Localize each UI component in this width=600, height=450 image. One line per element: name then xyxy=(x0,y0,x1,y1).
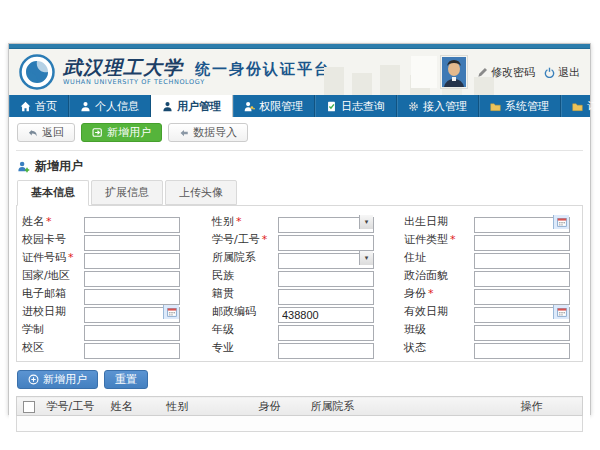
identity-field xyxy=(474,286,570,302)
student-id-input[interactable] xyxy=(278,235,374,251)
power-icon xyxy=(544,67,555,78)
department-label: 所属院系 xyxy=(212,250,278,265)
education-length-input[interactable] xyxy=(84,325,180,341)
status-input[interactable] xyxy=(474,343,570,359)
grade-field xyxy=(278,322,374,338)
app-window: 武汉理工大学 统一身份认证平台 WUHAN UNIVERSITY OF TECH… xyxy=(8,43,591,415)
basic-info-panel: 姓名* 性别* ▾ 出生日期 校园卡号 学号/工号* 证件类型* xyxy=(16,205,583,362)
country-input[interactable] xyxy=(84,271,180,287)
logout-link[interactable]: 退出 xyxy=(544,65,580,80)
required-marker: * xyxy=(450,233,456,246)
change-password-label: 修改密码 xyxy=(491,65,535,80)
pencil-icon xyxy=(477,67,488,78)
nav-item-permission-management[interactable]: 权限管理 xyxy=(233,95,315,117)
tab-extended-info[interactable]: 扩展信息 xyxy=(91,180,163,205)
major-label: 专业 xyxy=(212,340,278,355)
nav-label: 接入管理 xyxy=(423,99,467,114)
campus-field xyxy=(84,340,180,356)
select-all-checkbox[interactable] xyxy=(23,401,35,413)
form-row: 电子邮箱 籍贯 身份* xyxy=(22,285,577,302)
form-row: 姓名* 性别* ▾ 出生日期 xyxy=(22,213,577,230)
name-field xyxy=(84,214,180,230)
nav-item-subscription-management[interactable]: 订阅管理 xyxy=(561,95,600,117)
back-button[interactable]: 返回 xyxy=(17,123,75,142)
tab-upload-avatar[interactable]: 上传头像 xyxy=(165,180,237,205)
campus-input[interactable] xyxy=(84,343,180,359)
political-status-label: 政治面貌 xyxy=(404,268,474,283)
id-number-input[interactable] xyxy=(84,253,180,269)
data-import-label: 数据导入 xyxy=(193,127,237,138)
platform-title: 统一身份认证平台 xyxy=(195,62,331,78)
native-place-input[interactable] xyxy=(278,289,374,305)
university-name-en: WUHAN UNIVERSITY OF TECHNOLOGY xyxy=(63,79,331,86)
back-label: 返回 xyxy=(42,127,64,138)
submit-add-user-button[interactable]: 新增用户 xyxy=(17,370,98,389)
chevron-down-icon[interactable]: ▾ xyxy=(359,215,373,229)
entry-date-label: 进校日期 xyxy=(22,304,84,319)
nav-label: 订阅管理 xyxy=(587,99,600,114)
class-label: 班级 xyxy=(404,322,474,337)
gender-field: ▾ xyxy=(278,214,374,230)
reset-button[interactable]: 重置 xyxy=(104,370,148,389)
add-user-icon xyxy=(92,127,103,138)
birth-date-label: 出生日期 xyxy=(404,214,474,229)
data-import-button[interactable]: 数据导入 xyxy=(168,123,248,142)
grade-input[interactable] xyxy=(278,325,374,341)
calendar-icon[interactable] xyxy=(163,305,179,319)
add-user-toolbar-button[interactable]: 新增用户 xyxy=(81,123,162,142)
name-label: 姓名* xyxy=(22,214,84,229)
content-area: 返回 新增用户 数据导入 新增用户 基本信息 扩展信息 xyxy=(9,117,590,436)
education-length-label: 学制 xyxy=(22,322,84,337)
home-icon xyxy=(20,101,31,112)
identity-label: 身份* xyxy=(404,286,474,301)
nav-label: 权限管理 xyxy=(259,99,303,114)
nav-item-access-management[interactable]: 接入管理 xyxy=(397,95,479,117)
col-gender: 性别 xyxy=(161,397,253,416)
form-actions: 新增用户 重置 xyxy=(17,370,582,389)
tab-basic-info[interactable]: 基本信息 xyxy=(17,180,89,206)
change-password-link[interactable]: 修改密码 xyxy=(477,65,535,80)
nav-item-personal-info[interactable]: 个人信息 xyxy=(69,95,151,117)
form-row: 校区 专业 状态 xyxy=(22,339,577,356)
id-number-field xyxy=(84,250,180,266)
major-input[interactable] xyxy=(278,343,374,359)
campus-skyline-graphic xyxy=(324,67,344,95)
address-input[interactable] xyxy=(474,253,570,269)
email-input[interactable] xyxy=(84,289,180,305)
class-field xyxy=(474,322,570,338)
table-header-row: 学号/工号 姓名 性别 身份 所属院系 操作 xyxy=(17,397,583,416)
nav-item-home[interactable]: 首页 xyxy=(9,95,69,117)
add-user-label: 新增用户 xyxy=(107,127,151,138)
entry-date-field xyxy=(84,304,180,320)
form-row: 证件号码* 所属院系 ▾ 住址 xyxy=(22,249,577,266)
nav-item-system-management[interactable]: 系统管理 xyxy=(479,95,561,117)
empty-table-row xyxy=(17,416,583,432)
id-type-input[interactable] xyxy=(474,235,570,251)
calendar-icon[interactable] xyxy=(553,305,569,319)
email-field xyxy=(84,286,180,302)
nav-item-user-management[interactable]: 用户管理 xyxy=(151,95,233,117)
class-input[interactable] xyxy=(474,325,570,341)
education-length-field xyxy=(84,322,180,338)
campus-card-input[interactable] xyxy=(84,235,180,251)
ethnicity-input[interactable] xyxy=(278,271,374,287)
valid-date-field xyxy=(474,304,570,320)
chevron-down-icon[interactable]: ▾ xyxy=(359,251,373,265)
header: 武汉理工大学 统一身份认证平台 WUHAN UNIVERSITY OF TECH… xyxy=(9,49,590,95)
calendar-icon[interactable] xyxy=(553,215,569,229)
name-input[interactable] xyxy=(84,217,180,233)
user-avatar xyxy=(440,55,468,89)
folder-icon xyxy=(490,101,501,112)
section-header: 新增用户 xyxy=(18,158,581,175)
major-field xyxy=(278,340,374,356)
ethnicity-field xyxy=(278,268,374,284)
valid-date-label: 有效日期 xyxy=(404,304,474,319)
nav-item-log-query[interactable]: 日志查询 xyxy=(315,95,397,117)
political-status-input[interactable] xyxy=(474,271,570,287)
identity-input[interactable] xyxy=(474,289,570,305)
left-arrow-icon xyxy=(179,128,189,138)
folder-icon xyxy=(572,101,583,112)
required-marker: * xyxy=(428,287,434,300)
gear-icon xyxy=(408,101,419,112)
postal-code-input[interactable] xyxy=(278,307,374,323)
